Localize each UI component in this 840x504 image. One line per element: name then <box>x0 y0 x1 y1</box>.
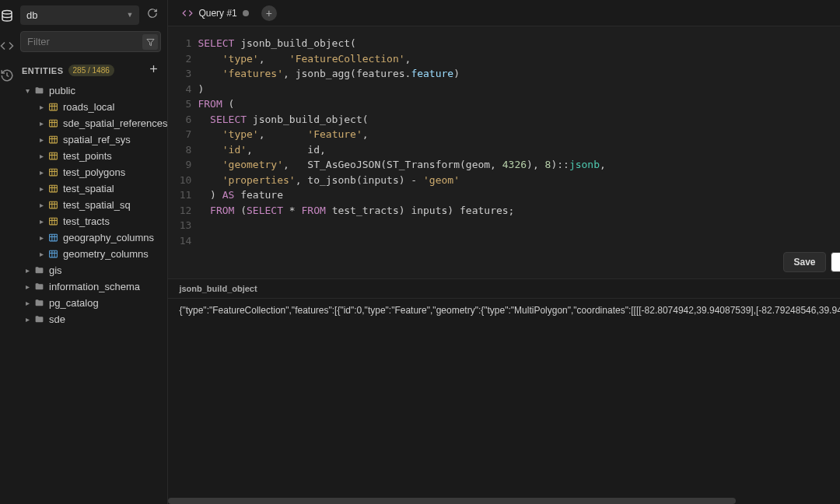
table-name: test_tracts <box>63 215 110 227</box>
table-icon <box>48 118 58 128</box>
schema-name: information_schema <box>49 281 140 292</box>
table-icon <box>48 167 58 177</box>
table-name: sde_spatial_references <box>63 117 167 129</box>
folder-icon <box>34 265 44 275</box>
chevron-icon: ▸ <box>36 103 47 111</box>
svg-rect-28 <box>50 201 58 208</box>
schema-name: public <box>49 85 75 96</box>
run-button[interactable]: Run <box>831 252 840 272</box>
schema-item[interactable]: ▸gis <box>14 262 167 278</box>
table-item[interactable]: ▸test_spatial <box>14 180 167 197</box>
count-badge: 285 / 1486 <box>68 65 114 76</box>
table-name: test_spatial <box>63 183 114 194</box>
table-name: test_polygons <box>63 166 125 178</box>
chevron-icon: ▸ <box>36 217 47 226</box>
add-tab-button[interactable]: + <box>261 5 277 21</box>
tab-query-1[interactable]: Query #1 <box>174 3 256 23</box>
svg-rect-16 <box>50 152 58 159</box>
chevron-icon: ▸ <box>22 299 33 307</box>
chevron-down-icon: ▼ <box>127 11 134 19</box>
database-icon[interactable] <box>0 9 14 23</box>
chevron-icon: ▸ <box>36 233 47 242</box>
schema-item[interactable]: ▸information_schema <box>14 278 167 295</box>
svg-rect-4 <box>50 103 58 110</box>
svg-rect-40 <box>50 250 58 257</box>
chevron-icon: ▸ <box>36 119 47 128</box>
table-item[interactable]: ▸test_polygons <box>14 164 167 180</box>
funnel-icon[interactable] <box>142 34 158 50</box>
table-item[interactable]: ▸roads_local <box>14 99 167 115</box>
view-icon <box>48 233 58 243</box>
table-name: spatial_ref_sys <box>63 134 131 145</box>
schema-name: pg_catalog <box>49 297 99 309</box>
table-icon <box>48 135 58 145</box>
chevron-icon: ▸ <box>22 266 33 275</box>
table-name: roads_local <box>63 101 115 113</box>
schema-item[interactable]: ▾public <box>14 82 167 99</box>
svg-rect-12 <box>50 136 58 143</box>
table-icon <box>48 184 58 194</box>
table-name: geography_columns <box>63 232 154 243</box>
result-row[interactable]: {"type":"FeatureCollection","features":[… <box>168 299 840 498</box>
refresh-button[interactable] <box>144 5 161 25</box>
view-icon <box>48 249 58 259</box>
schema-name: gis <box>49 264 62 276</box>
chevron-icon: ▸ <box>36 250 47 258</box>
table-icon <box>48 151 58 161</box>
svg-rect-24 <box>50 185 58 192</box>
horizontal-scrollbar[interactable] <box>168 498 840 504</box>
section-title: ENTITIES <box>22 66 64 75</box>
folder-icon <box>34 282 44 292</box>
schema-item[interactable]: ▸sde <box>14 311 167 327</box>
folder-icon <box>34 86 44 96</box>
chevron-icon: ▸ <box>36 168 47 177</box>
table-name: test_points <box>63 150 112 162</box>
scrollbar-thumb[interactable] <box>168 498 736 504</box>
svg-rect-32 <box>50 218 58 225</box>
save-button[interactable]: Save <box>783 252 825 272</box>
svg-rect-8 <box>50 120 58 127</box>
sql-editor[interactable]: 1234567891011121314 SELECT jsonb_build_o… <box>168 26 840 278</box>
code-icon[interactable] <box>0 39 14 53</box>
tab-bar: Query #1 + <box>168 0 840 26</box>
tab-label: Query #1 <box>198 8 236 19</box>
chevron-icon: ▸ <box>36 201 47 209</box>
main-area: Query #1 + 1234567891011121314 SELECT js… <box>168 0 840 504</box>
results-panel: jsonb_build_object {"type":"FeatureColle… <box>168 278 840 504</box>
table-item[interactable]: ▸spatial_ref_sys <box>14 131 167 148</box>
folder-icon <box>34 314 44 324</box>
table-icon <box>48 200 58 210</box>
chevron-icon: ▾ <box>22 86 33 95</box>
table-item[interactable]: ▸sde_spatial_references <box>14 115 167 131</box>
table-item[interactable]: ▸test_tracts <box>14 213 167 229</box>
entities-header: ENTITIES 285 / 1486 <box>14 57 167 82</box>
action-bar: Save Run <box>783 252 840 272</box>
result-column-header: jsonb_build_object <box>168 279 840 299</box>
code-area[interactable]: SELECT jsonb_build_object( 'type', 'Feat… <box>198 36 840 278</box>
line-gutter: 1234567891011121314 <box>168 36 198 278</box>
table-name: geometry_columns <box>63 248 149 260</box>
sidebar: db ▼ ENTITIES 285 / 1486 ▾public▸roads_l… <box>14 0 168 504</box>
schema-name: sde <box>49 313 65 325</box>
chevron-icon: ▸ <box>22 282 33 291</box>
svg-marker-1 <box>147 39 154 45</box>
table-name: test_spatial_sq <box>63 199 131 211</box>
table-icon <box>48 102 58 112</box>
folder-icon <box>34 298 44 308</box>
table-item[interactable]: ▸test_points <box>14 148 167 164</box>
filter-input[interactable] <box>20 31 161 52</box>
chevron-icon: ▸ <box>36 152 47 160</box>
svg-rect-20 <box>50 169 58 176</box>
db-selector[interactable]: db ▼ <box>20 5 139 25</box>
svg-rect-36 <box>50 234 58 241</box>
history-icon[interactable] <box>0 68 14 82</box>
table-item[interactable]: ▸geometry_columns <box>14 246 167 262</box>
icon-rail <box>0 0 14 504</box>
table-item[interactable]: ▸geography_columns <box>14 229 167 246</box>
schema-item[interactable]: ▸pg_catalog <box>14 295 167 311</box>
chevron-icon: ▸ <box>36 184 47 193</box>
add-entity-button[interactable] <box>148 63 159 78</box>
table-item[interactable]: ▸test_spatial_sq <box>14 197 167 213</box>
svg-point-0 <box>2 11 12 15</box>
tab-dirty-dot <box>243 10 249 16</box>
